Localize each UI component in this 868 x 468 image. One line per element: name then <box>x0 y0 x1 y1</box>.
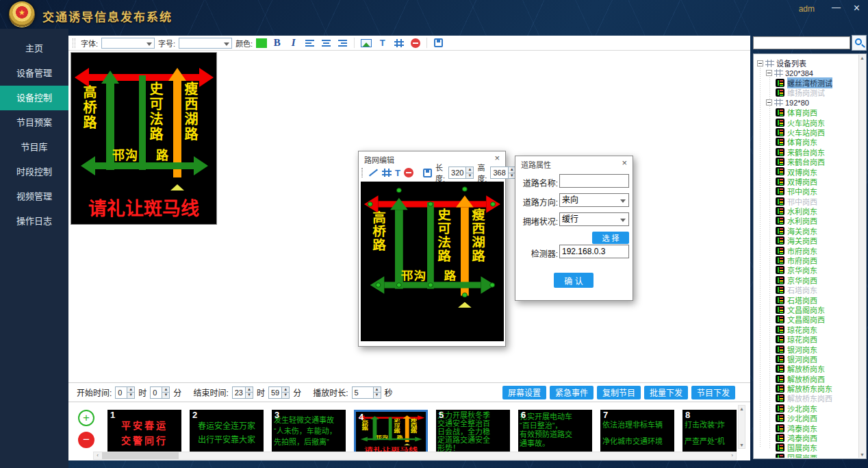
duration-spinner[interactable]: 5▲▼ <box>352 386 381 399</box>
control-handle[interactable] <box>490 201 496 206</box>
tree-device-item[interactable]: 解放桥东岗东 <box>754 384 858 393</box>
save-button[interactable] <box>432 37 445 49</box>
tree-device-item[interactable]: 螺丝湾桥测试 <box>754 78 858 88</box>
tree-device-item[interactable]: 石塔岗西 <box>754 295 858 304</box>
tree-group-192x80[interactable]: 192*80 <box>754 98 858 108</box>
playlist-item[interactable]: 7 依法治理非标车辆净化城市交通环境 <box>600 410 674 455</box>
tree-device-item[interactable]: 银河岗西 <box>754 354 858 364</box>
scroll-up-icon[interactable]: ▲ <box>859 56 865 60</box>
sidebar-item[interactable]: 操作日志 <box>0 209 68 234</box>
scroll-right-icon[interactable]: › <box>728 452 736 459</box>
control-handle[interactable] <box>376 282 381 287</box>
sidebar-item[interactable]: 时段控制 <box>0 160 68 184</box>
control-handle[interactable] <box>396 188 402 193</box>
collapse-icon[interactable] <box>766 70 772 76</box>
road-network-canvas[interactable]: 高桥路 史可法路 瘦西湖路 邗沟 路 请礼让斑马线 <box>361 182 504 341</box>
tree-device-item[interactable]: 琼花岗东 <box>754 325 858 334</box>
align-right-button[interactable] <box>336 37 349 49</box>
insert-image-button[interactable] <box>359 37 372 49</box>
confirm-button[interactable]: 确 认 <box>554 273 593 288</box>
sign-preview[interactable]: 高桥路 史可法路 瘦西湖路 邗沟 路 请礼让斑马线 <box>71 52 217 225</box>
tree-scrollbar[interactable]: ▲▼ <box>858 55 865 458</box>
tree-device-item[interactable]: 沙北岗西 <box>754 413 858 423</box>
delete-button[interactable] <box>404 167 413 179</box>
end-hour-spinner[interactable]: 23▲▼ <box>232 386 253 399</box>
end-minute-spinner[interactable]: 59▲▼ <box>268 386 290 399</box>
playlist-item[interactable]: 8 打击改装“炸严查严处“机 <box>682 410 737 455</box>
font-select[interactable] <box>101 38 155 49</box>
delete-button[interactable] <box>409 37 422 49</box>
control-handle[interactable] <box>368 201 373 206</box>
tree-device-item[interactable]: 水利岗东 <box>754 206 858 216</box>
vertical-scrollbar[interactable]: ▲▼ <box>738 405 745 449</box>
playlist-item[interactable]: 2 春运安全连万家出行平安靠大家 <box>190 410 264 455</box>
sidebar-item[interactable]: 设备管理 <box>0 61 68 86</box>
tree-device-item[interactable]: 鸿泰岗西 <box>754 433 858 443</box>
scroll-down-icon[interactable]: ▼ <box>739 443 745 447</box>
spinner-arrows[interactable]: ▲▼ <box>162 387 169 398</box>
tree-device-item[interactable]: 水利岗西 <box>754 216 858 225</box>
tree-device-item[interactable]: 琼花岗西 <box>754 334 858 344</box>
close-icon[interactable]: × <box>494 153 500 163</box>
align-center-button[interactable] <box>320 37 333 49</box>
start-minute-spinner[interactable]: 0▲▼ <box>150 386 170 399</box>
tree-device-item[interactable]: 体育岗东 <box>754 137 858 147</box>
italic-button[interactable]: I <box>287 37 300 49</box>
spinner-arrows[interactable]: ▲▼ <box>281 387 289 398</box>
control-handle[interactable] <box>428 201 433 206</box>
save-button[interactable] <box>423 167 432 179</box>
size-select[interactable] <box>179 38 232 49</box>
control-handle[interactable] <box>462 293 468 297</box>
road-network-button[interactable] <box>382 167 392 179</box>
search-button[interactable] <box>852 35 867 51</box>
spinner-arrows[interactable]: ▲▼ <box>465 167 473 178</box>
detector-input[interactable] <box>559 245 629 258</box>
scrollbar-thumb[interactable] <box>102 452 179 459</box>
tree-device-item[interactable]: 解放桥岗西 <box>754 374 858 384</box>
tree-device-item[interactable]: 文昌阁岗西 <box>754 315 858 324</box>
tree-device-item[interactable]: 京华岗东 <box>754 265 858 275</box>
playlist-item[interactable]: 5 大力开展秋冬季交通安全整治百日会战，全力稳定道路交通安全形势！ <box>436 410 510 455</box>
tree-device-item[interactable]: 海关岗西 <box>754 236 858 245</box>
sidebar-item[interactable]: 节目预案 <box>0 110 68 135</box>
device-search-input[interactable] <box>753 36 850 49</box>
tree-device-item[interactable]: 京华岗西 <box>754 275 858 285</box>
tree-device-item[interactable]: 文昌阁岗东 <box>754 305 858 315</box>
control-handle[interactable] <box>489 282 495 287</box>
control-handle[interactable] <box>396 282 402 287</box>
tree-device-item[interactable]: 石塔岗东 <box>754 285 858 295</box>
tree-device-item[interactable]: 火车站岗东 <box>754 117 858 127</box>
tree-device-item[interactable]: 双博岗西 <box>754 177 858 186</box>
middle-road-bar[interactable] <box>427 202 434 288</box>
length-spinner[interactable]: 320▲▼ <box>448 167 474 179</box>
horizontal-scrollbar[interactable]: ‹ › <box>93 452 737 460</box>
insert-text-button[interactable]: T <box>395 167 400 179</box>
action-button[interactable]: 批量下发 <box>644 386 688 399</box>
close-icon[interactable]: × <box>622 158 627 168</box>
tree-device-item[interactable]: 海关岗东 <box>754 226 858 236</box>
align-left-button[interactable] <box>303 37 316 49</box>
collapse-icon[interactable] <box>766 99 772 106</box>
action-button[interactable]: 紧急事件 <box>550 386 593 399</box>
tree-device-item[interactable]: 市府岗西 <box>754 256 858 265</box>
tree-device-item[interactable]: 鸿泰岗东 <box>754 423 858 432</box>
scroll-down-icon[interactable]: ▼ <box>859 452 865 457</box>
congestion-select[interactable]: 缓行 <box>559 212 629 226</box>
tree-device-item[interactable]: 邗中岗东 <box>754 186 858 196</box>
sidebar-item[interactable]: 主页 <box>0 36 68 61</box>
tree-device-item[interactable]: 双博岗东 <box>754 167 858 176</box>
tree-group-320x384[interactable]: 320*384 <box>754 68 858 77</box>
tree-device-item[interactable]: 邗中岗西 <box>754 196 858 206</box>
tree-device-item[interactable]: 市府岗东 <box>754 245 858 255</box>
action-button[interactable]: 复制节目 <box>597 386 641 399</box>
insert-text-button[interactable]: T <box>376 37 389 49</box>
tree-device-item[interactable]: 体育岗西 <box>754 108 858 117</box>
height-spinner[interactable]: 368▲▼ <box>490 167 515 179</box>
playlist-item[interactable]: 3 发生轻微交通事故“人未伤，车能动，先拍照，后撤离” <box>272 410 346 455</box>
color-swatch[interactable] <box>256 38 267 48</box>
action-button[interactable]: 节目下发 <box>691 386 735 399</box>
tree-device-item[interactable]: 来鹤台岗东 <box>754 147 858 157</box>
control-handle[interactable] <box>462 186 468 191</box>
tree-device-item[interactable]: 维扬岗测试 <box>754 88 858 97</box>
sidebar-item[interactable]: 设备控制 <box>0 86 68 110</box>
